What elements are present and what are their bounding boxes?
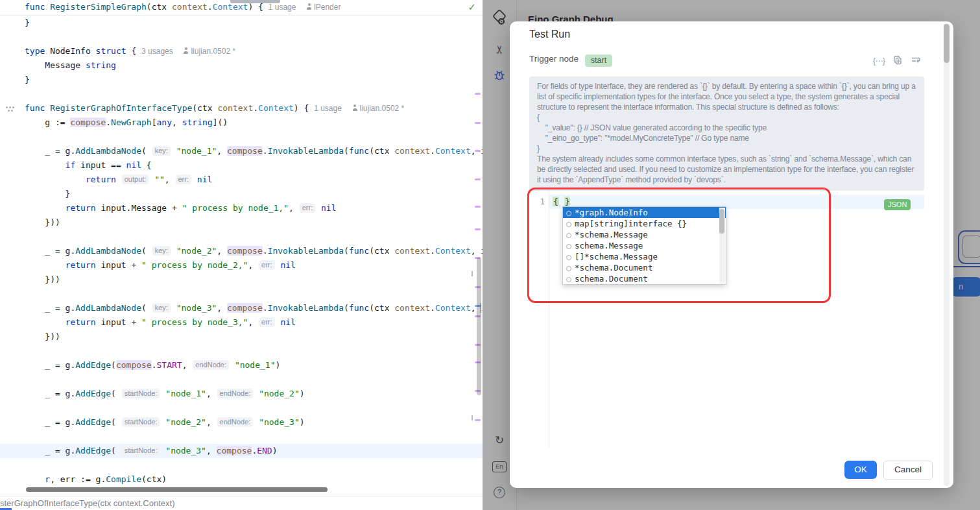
inspection-ok-check-icon[interactable]: ✓: [468, 1, 476, 13]
type-bullet-icon: [566, 222, 571, 227]
autocomplete-item[interactable]: schema.Document: [563, 273, 726, 284]
vcs-change-marker: [475, 206, 481, 208]
code-line: [0, 287, 483, 301]
code-line: [0, 401, 483, 415]
autocomplete-item-label: schema.Message: [575, 241, 643, 250]
code-line: [0, 30, 483, 44]
modal-scrollbar-thumb[interactable]: [944, 24, 950, 63]
type-bullet-icon: [566, 211, 571, 216]
breadcrumb[interactable]: sterGraphOfInterfaceType(ctx context.Con…: [0, 498, 175, 508]
author-icon: [183, 47, 189, 54]
copy-icon[interactable]: [892, 55, 903, 66]
autocomplete-item[interactable]: *graph.NodeInfo: [563, 207, 726, 218]
autocomplete-item[interactable]: map[string]interface {}: [563, 218, 726, 229]
autocomplete-list: *graph.NodeInfomap[string]interface {}*s…: [563, 207, 726, 284]
trigger-node-label: Trigger node: [529, 54, 579, 64]
code-line: }: [0, 73, 483, 87]
autocomplete-scrollbar[interactable]: [719, 208, 725, 284]
open-brace: {: [553, 197, 559, 206]
code-line: r, err := g.Compile(ctx): [0, 472, 483, 487]
line-number: 1: [533, 195, 545, 209]
modal-title: Test Run: [529, 29, 570, 40]
vcs-change-marker: [475, 150, 481, 152]
code-line: _ = g.AddEdge( startNode: "node_2", endN…: [0, 415, 483, 430]
code-line: _ = g.AddLambdaNode( key: "node_2", comp…: [0, 244, 483, 258]
screen: func RegisterSimpleGraph(ctx context.Con…: [0, 0, 980, 510]
format-json-icon[interactable]: {⋯}: [873, 56, 885, 66]
autocomplete-item-label: *graph.NodeInfo: [575, 208, 648, 217]
code-line: })): [0, 273, 483, 287]
ok-button[interactable]: OK: [844, 461, 877, 479]
trigger-node-badge: start: [585, 55, 612, 67]
autocomplete-scroll-thumb[interactable]: [719, 209, 724, 234]
autocomplete-item[interactable]: *schema.Document: [563, 262, 726, 273]
vertical-scrollbar[interactable]: [477, 258, 481, 395]
type-bullet-icon: [566, 233, 571, 238]
autocomplete-item[interactable]: *schema.Message: [563, 229, 726, 240]
code-line: [0, 130, 483, 144]
code-line: return input.Message + " process by node…: [0, 201, 483, 215]
word-wrap-icon[interactable]: [911, 55, 921, 66]
cancel-button[interactable]: Cancel: [883, 461, 933, 480]
code-line: })): [0, 215, 483, 230]
code-editor[interactable]: func RegisterSimpleGraph(ctx context.Con…: [0, 0, 483, 496]
code-line: return output: "", err: nil: [0, 173, 483, 187]
autocomplete-item[interactable]: schema.Message: [563, 240, 726, 251]
type-bullet-icon: [566, 266, 571, 271]
autocomplete-item-label: *schema.Message: [575, 230, 648, 239]
code-lines: func RegisterSimpleGraph(ctx context.Con…: [0, 0, 483, 487]
autocomplete-item-label: *schema.Document: [575, 263, 652, 273]
code-line: type NodeInfo struct { 3 usages liujian.…: [0, 44, 483, 58]
code-line: _ = g.AddEdge( startNode: "node_1", endN…: [0, 387, 483, 401]
trigger-node-row: Trigger node start: [529, 54, 612, 67]
json-input-editor[interactable]: 1 { } JSON *graph.NodeInfomap[string]int…: [510, 189, 953, 448]
code-line: [0, 230, 483, 244]
vcs-change-marker: [475, 122, 481, 124]
type-bullet-icon: [566, 244, 571, 249]
vcs-change-marker: [475, 178, 481, 180]
code-line: return input + " process by node_2,", er…: [0, 258, 483, 273]
vcs-change-marker: [475, 93, 481, 95]
editor-edge-tick: [472, 415, 473, 420]
code-line: })): [0, 330, 483, 344]
code-line: _ = g.AddEdge(compose.START, endNode: "n…: [0, 358, 483, 372]
vcs-change-marker: [475, 419, 481, 421]
code-line: [0, 372, 483, 387]
code-line: g := compose.NewGraph[any, string](): [0, 115, 483, 130]
graph-gutter-icon[interactable]: [6, 106, 8, 108]
code-line: [0, 430, 483, 444]
code-line: func RegisterGraphOfInterfaceType(ctx co…: [0, 101, 483, 115]
gutter-separator: [549, 189, 549, 448]
code-line: Message string: [0, 58, 483, 73]
type-bullet-icon: [566, 255, 571, 260]
modal-footer: OK Cancel: [844, 461, 933, 480]
code-line: [0, 344, 483, 358]
code-line: _ = g.AddEdge( startNode: "node_3", comp…: [0, 444, 483, 458]
code-line: }: [0, 16, 483, 30]
code-line: }: [0, 187, 483, 201]
interface-help-text: For fields of type interface, they are r…: [529, 77, 924, 191]
vcs-change-marker: [475, 228, 481, 230]
modal-toolbar: {⋯}: [873, 54, 931, 67]
author-icon: [352, 104, 358, 111]
author-icon: [306, 3, 312, 10]
code-line: _ = g.AddLambdaNode( key: "node_3", comp…: [0, 301, 483, 315]
autocomplete-item-label: []*schema.Message: [575, 252, 658, 261]
code-line: [0, 458, 483, 472]
test-run-modal: Test Run Trigger node start {⋯}: [510, 21, 953, 488]
code-line: [0, 87, 483, 101]
autocomplete-item[interactable]: []*schema.Message: [563, 251, 726, 262]
code-line: return input + " process by node_3,", er…: [0, 315, 483, 330]
close-brace: }: [564, 197, 571, 206]
type-bullet-icon: [566, 277, 571, 282]
code-line: if input == nil {: [0, 158, 483, 173]
autocomplete-item-label: schema.Document: [575, 274, 648, 284]
type-autocomplete-popup: *graph.NodeInfomap[string]interface {}*s…: [562, 206, 726, 285]
autocomplete-item-label: map[string]interface {}: [575, 219, 687, 228]
status-bar: sterGraphOfInterfaceType(ctx context.Con…: [0, 496, 483, 510]
editor-top-tab-remnant: [230, 0, 280, 3]
editor-edge-tick: [472, 271, 473, 276]
code-line: _ = g.AddLambdaNode( key: "node_1", comp…: [0, 144, 483, 158]
horizontal-scrollbar[interactable]: [26, 487, 328, 492]
modal-scrollbar-track[interactable]: [944, 23, 950, 486]
